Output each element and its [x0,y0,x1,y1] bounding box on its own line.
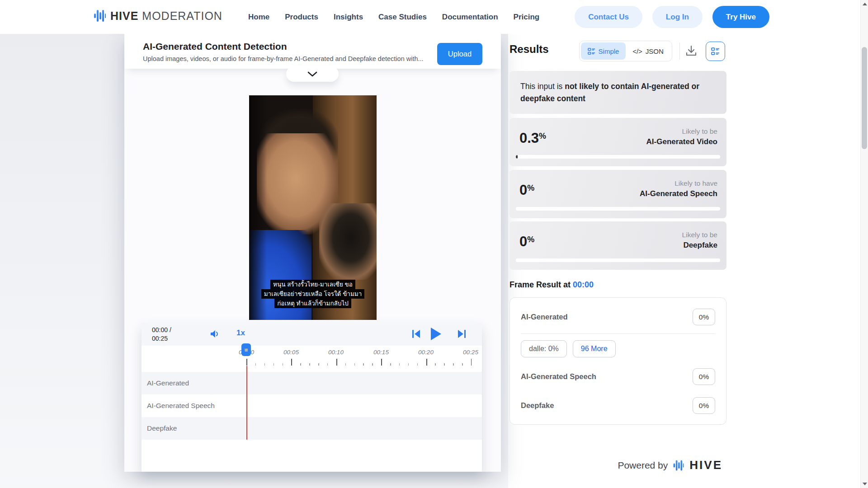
video-subtitles: หนุน สร้างรั้วไทย-มาเลเซีย ขอ มาเลเซียอย… [249,280,377,308]
brand-name: HIVE MODERATION [110,9,222,23]
classifier-chip-dalle[interactable]: dalle: 0% [521,340,567,357]
frame-timestamp-link[interactable]: 00:00 [573,280,594,289]
login-button[interactable]: Log In [652,6,703,28]
toggle-json-label: JSON [646,47,664,55]
frame-row-ai-generated-speech: AI-Generated Speech 0% [521,368,715,385]
scrollbar-up-arrow[interactable] [863,3,867,5]
score-value: 0% [519,182,534,198]
nav-item-pricing[interactable]: Pricing [514,13,540,22]
ruler-major-ticks[interactable] [246,359,472,366]
frame-row-label: AI-Generated [521,313,568,321]
brand-logo[interactable]: HIVE MODERATION [94,8,222,23]
nav-links: Home Products Insights Case Studies Docu… [248,0,539,34]
summary-view-button[interactable] [706,42,725,61]
results-view-toggle: Simple </> JSON [579,41,672,61]
score-qualifier: Likely to be [682,231,717,239]
skip-to-start-button[interactable] [412,329,421,338]
timeline-playhead-handle[interactable]: ≡ [241,343,251,356]
frame-divider [521,333,715,334]
more-classifiers-button[interactable]: 96 More [573,340,616,357]
score-progress-track [516,258,720,262]
nav-item-documentation[interactable]: Documentation [442,13,498,22]
list-details-icon [711,47,720,56]
powered-by-label: Powered by [618,460,668,471]
ruler-tick-label: 00:15 [373,349,389,356]
time-total: 00:25 [152,334,171,343]
hive-moderation-page: HIVE MODERATION Home Products Insights C… [0,0,868,488]
code-icon: </> [632,47,642,55]
page-scrollbar[interactable] [860,0,868,488]
hive-logo-icon [94,8,106,23]
track-row-deepfake: Deepfake [142,417,482,440]
score-progress-track [516,155,720,159]
nav-item-case-studies[interactable]: Case Studies [378,13,427,22]
track-row-ai-generated: AI-Generated [142,372,482,394]
contact-us-button[interactable]: Contact Us [575,6,642,28]
download-results-button[interactable] [685,45,697,57]
scrollbar-down-arrow[interactable] [863,483,867,485]
playhead-position-line [246,366,247,440]
subtitle-line: หนุน สร้างรั้วไทย-มาเลเซีย ขอ [270,280,355,289]
download-icon [685,45,697,57]
page-subtitle: Upload images, videos, or audio for fram… [143,55,428,62]
frame-row-value: 0% [693,309,715,325]
ruler-tick-label: 00:25 [463,349,478,356]
page-title: AI-Generated Content Detection [143,41,287,52]
detection-card: AI-Generated Content Detection Upload im… [124,34,501,472]
nav-item-products[interactable]: Products [285,13,318,22]
ruler-tick-label: 00:10 [328,349,344,356]
frame-row-deepfake: Deepfake 0% [521,397,715,414]
score-value: 0.3% [519,130,546,146]
play-button[interactable] [430,327,442,341]
playback-speed-button[interactable]: 1x [236,328,245,338]
subtitle-line: ก่อเหตุ ทำแล้วก็ข้ามกลับไป [274,299,351,308]
upload-button[interactable]: Upload [437,43,482,65]
score-qualifier: Likely to have [640,179,717,188]
score-qualifier: Likely to be [646,127,717,136]
ruler-tick-label: 00:05 [283,349,299,356]
powered-by-footer: Powered by HIVE [509,458,722,472]
scrollbar-thumb[interactable] [862,47,867,149]
overall-result-banner: This input is not likely to contain AI-g… [509,71,726,114]
frame-result-card: AI-Generated 0% dalle: 0% 96 More AI-Gen… [509,297,726,425]
speaker-icon [210,329,220,338]
score-label: AI-Generated Speech [640,189,717,198]
video-preview[interactable]: หนุน สร้างรั้วไทย-มาเลเซีย ขอ มาเลเซียอย… [249,95,377,320]
volume-button[interactable] [210,329,220,338]
classifier-chips: dalle: 0% 96 More [521,340,616,357]
detection-header: AI-Generated Content Detection Upload im… [124,34,501,69]
player-controls: 00:00 / 00:25 1x [142,323,482,346]
nav-item-insights[interactable]: Insights [334,13,363,22]
ruler-tick-label: 00:20 [418,349,434,356]
collapse-header-button[interactable] [286,66,339,82]
play-icon [430,327,442,341]
video-figure [319,203,377,280]
score-label: Deepfake [682,241,717,250]
banner-prefix: This input is [520,82,565,91]
hive-logo-icon [673,459,684,472]
results-title: Results [509,43,549,56]
toggle-simple[interactable]: Simple [581,42,626,60]
header-divider [679,42,680,60]
frame-row-label: AI-Generated Speech [521,372,596,381]
score-card-ai-generated-speech: 0% Likely to have AI-Generated Speech [509,170,726,218]
frame-row-ai-generated: AI-Generated 0% [521,309,715,325]
score-label: AI-Generated Video [646,137,717,146]
score-value: 0% [519,234,534,250]
track-row-ai-generated-speech: AI-Generated Speech [142,394,482,417]
toggle-simple-label: Simple [599,47,619,55]
player-panel: 00:00 / 00:25 1x [142,323,482,472]
frame-result-heading: Frame Result at 00:00 [509,280,594,290]
nav-item-home[interactable]: Home [248,13,269,22]
skip-forward-icon [457,329,466,338]
navbar: HIVE MODERATION Home Products Insights C… [0,0,868,34]
try-hive-button[interactable]: Try Hive [712,6,769,28]
track-label: AI-Generated [147,379,189,387]
frame-row-label: Deepfake [521,401,554,410]
frame-row-value: 0% [693,368,715,385]
toggle-json[interactable]: </> JSON [626,42,670,60]
powered-by-brand: HIVE [689,458,722,472]
skip-to-end-button[interactable] [457,329,466,338]
time-display: 00:00 / 00:25 [152,326,171,343]
brand-name-bold: HIVE [110,9,138,22]
